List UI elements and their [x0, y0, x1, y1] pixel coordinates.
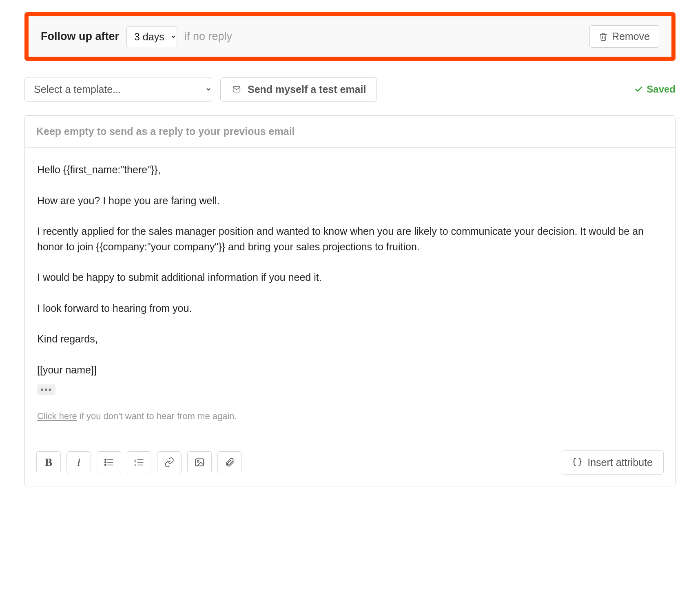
editor-card: Hello {{first_name:"there"}}, How are yo…: [24, 115, 676, 486]
trash-icon: [599, 32, 608, 41]
paperclip-icon: [224, 457, 235, 468]
followup-delay-select[interactable]: 3 days: [126, 26, 177, 47]
image-icon: [194, 457, 205, 468]
subject-input[interactable]: [25, 116, 675, 148]
check-icon: [634, 85, 643, 94]
svg-text:3: 3: [134, 463, 136, 467]
remove-label: Remove: [612, 31, 650, 42]
unsubscribe-link[interactable]: Click here: [37, 411, 77, 421]
editor-toolbar: B I 123 Insert attribute: [25, 442, 675, 486]
send-test-label: Send myself a test email: [248, 84, 366, 95]
svg-point-3: [105, 461, 106, 463]
actions-row: Select a template... Send myself a test …: [24, 77, 676, 102]
svg-point-14: [197, 461, 199, 462]
svg-point-5: [105, 464, 106, 466]
link-button[interactable]: [157, 451, 182, 473]
numbered-list-button[interactable]: 123: [127, 451, 151, 473]
send-test-email-button[interactable]: Send myself a test email: [220, 77, 377, 102]
followup-prefix: Follow up after: [41, 30, 119, 43]
unsubscribe-line: Click here if you don't want to hear fro…: [37, 409, 663, 423]
body-line: Kind regards,: [37, 331, 663, 347]
body-line: I look forward to hearing from you.: [37, 301, 663, 316]
body-line: I recently applied for the sales manager…: [37, 224, 663, 254]
saved-indicator: Saved: [634, 84, 676, 95]
svg-rect-13: [195, 459, 204, 466]
envelope-icon: [231, 85, 242, 93]
remove-button[interactable]: Remove: [589, 25, 659, 48]
svg-point-1: [105, 459, 106, 460]
numbered-list-icon: 123: [134, 457, 144, 468]
insert-attribute-button[interactable]: Insert attribute: [561, 450, 664, 475]
unsubscribe-tail: if you don't want to hear from me again.: [77, 411, 237, 421]
italic-button[interactable]: I: [66, 451, 91, 473]
body-line: How are you? I hope you are faring well.: [37, 193, 663, 209]
bullet-list-button[interactable]: [97, 451, 121, 473]
bold-button[interactable]: B: [36, 451, 61, 473]
link-icon: [164, 457, 175, 468]
body-line: I would be happy to submit additional in…: [37, 270, 663, 285]
template-select[interactable]: Select a template...: [24, 77, 212, 102]
image-button[interactable]: [187, 451, 212, 473]
body-line: [[your name]]: [37, 362, 663, 378]
signature-toggle[interactable]: •••: [37, 384, 55, 395]
body-line: Hello {{first_name:"there"}},: [37, 162, 663, 178]
bullet-list-icon: [104, 457, 114, 468]
followup-suffix: if no reply: [184, 30, 232, 43]
braces-icon: [572, 457, 583, 468]
email-body[interactable]: Hello {{first_name:"there"}}, How are yo…: [25, 148, 675, 442]
saved-label: Saved: [647, 84, 676, 95]
followup-bar: Follow up after 3 days if no reply Remov…: [24, 12, 676, 61]
attachment-button[interactable]: [217, 451, 242, 473]
insert-attribute-label: Insert attribute: [587, 457, 653, 468]
